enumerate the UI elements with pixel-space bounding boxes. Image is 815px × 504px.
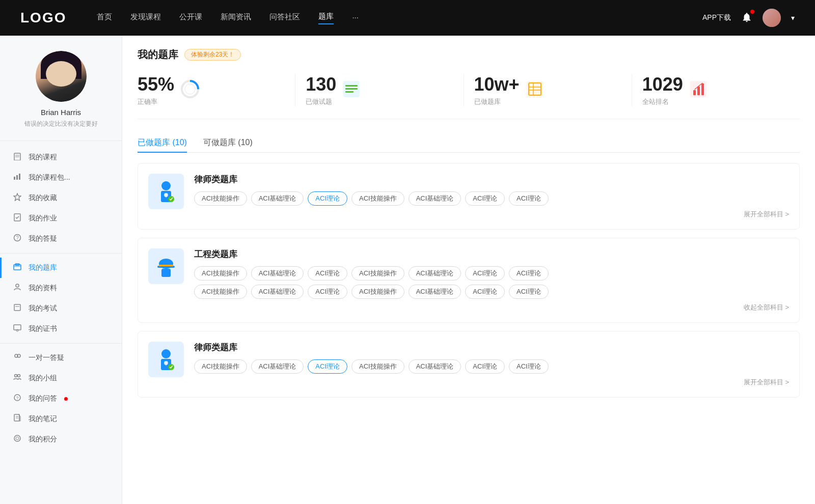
sidebar-item-group[interactable]: 我的小组 [0,368,122,388]
l2-tag-6[interactable]: ACI理论 [509,359,549,374]
eng-tag-0[interactable]: ACI技能操作 [194,266,247,281]
svg-rect-33 [345,85,358,87]
eng-tag-r2-2[interactable]: ACI理论 [308,285,347,299]
svg-point-21 [18,375,20,377]
sidebar-avatar [36,51,87,102]
l2-tag-4[interactable]: ACI基础理论 [409,359,461,374]
l2-tag-1[interactable]: ACI基础理论 [251,359,304,374]
eng-tag-r2-4[interactable]: ACI基础理论 [409,285,461,299]
bank-info-lawyer-2: 律师类题库 ACI技能操作 ACI基础理论 ACI理论 ACI技能操作 ACI基… [194,342,789,387]
sidebar-item-question-bank[interactable]: 我的题库 [0,258,122,278]
ranking-icon [689,80,708,100]
qa-badge [64,397,68,401]
sidebar-label-my-qa: 我的问答 [29,394,57,403]
bank-section-engineer: 工程类题库 ACI技能操作 ACI基础理论 ACI理论 ACI技能操作 ACI基… [138,238,800,323]
banks-icon [526,80,544,100]
stat-banks-done: 10w+ 已做题库 [464,74,632,106]
nav-question-bank[interactable]: 题库 [318,12,334,24]
bank-tags-engineer-row1: ACI技能操作 ACI基础理论 ACI理论 ACI技能操作 ACI基础理论 AC… [194,266,789,281]
eng-tag-3[interactable]: ACI技能操作 [351,266,404,281]
l2-tag-2-active[interactable]: ACI理论 [308,359,347,374]
top-navigation: LOGO 首页 发现课程 公开课 新闻资讯 问答社区 题库 ··· APP下载 … [0,0,815,36]
l2-tag-0[interactable]: ACI技能操作 [194,359,247,374]
star-icon [12,193,22,203]
notification-bell[interactable] [741,12,752,24]
nav-discover[interactable]: 发现课程 [130,12,161,24]
tag-5[interactable]: ACI理论 [465,191,505,206]
sidebar-item-tutoring[interactable]: 一对一答疑 [0,348,122,368]
homework-icon [12,213,22,223]
sidebar-item-course-package[interactable]: 我的课程包... [0,167,122,188]
eng-tag-r2-5[interactable]: ACI理论 [465,285,505,299]
sidebar-item-my-courses[interactable]: 我的课程 [0,147,122,167]
logo: LOGO [20,10,66,26]
eng-tag-r2-6[interactable]: ACI理论 [509,285,549,299]
bank-section-lawyer-2: 律师类题库 ACI技能操作 ACI基础理论 ACI理论 ACI技能操作 ACI基… [138,331,800,398]
eng-tag-4[interactable]: ACI基础理论 [409,266,461,281]
nav-open-course[interactable]: 公开课 [179,12,202,24]
eng-tag-r2-1[interactable]: ACI基础理论 [251,285,304,299]
collapse-engineer[interactable]: 收起全部科目 > [194,303,789,312]
tag-6[interactable]: ACI理论 [509,191,549,206]
bank-section-lawyer-1: 律师类题库 ACI技能操作 ACI基础理论 ACI理论 ACI技能操作 ACI基… [138,163,800,230]
sidebar-item-favorites[interactable]: 我的收藏 [0,188,122,208]
course-icon [12,152,22,162]
tag-3[interactable]: ACI技能操作 [351,191,404,206]
nav-home[interactable]: 首页 [97,12,112,24]
sidebar-item-questions[interactable]: ? 我的答疑 [0,229,122,249]
nav-more[interactable]: ··· [352,13,359,23]
sidebar-item-points[interactable]: 我的积分 [0,429,122,450]
l2-tag-3[interactable]: ACI技能操作 [351,359,404,374]
lawyer-icon-wrap [148,174,184,209]
sidebar-label-points: 我的积分 [29,435,57,444]
expand-lawyer-1[interactable]: 展开全部科目 > [194,210,789,219]
sidebar-item-my-qa[interactable]: ? 我的问答 [0,388,122,409]
tab-done-banks[interactable]: 已做题库 (10) [138,133,187,152]
sidebar-label-group: 我的小组 [29,374,57,383]
page-title-row: 我的题库 体验剩余23天！ [138,48,800,62]
svg-rect-42 [693,90,696,95]
question-icon: ? [12,234,22,244]
tabs-row: 已做题库 (10) 可做题库 (10) [138,133,800,153]
sidebar-item-notes[interactable]: 我的笔记 [0,409,122,429]
app-download-button[interactable]: APP下载 [702,13,731,22]
sidebar-item-profile[interactable]: 我的资料 [0,278,122,298]
svg-rect-43 [697,87,700,95]
avatar-dropdown-arrow[interactable]: ▾ [791,14,795,22]
lawyer-icon [153,179,179,204]
sidebar-item-homework[interactable]: 我的作业 [0,208,122,229]
tag-4[interactable]: ACI基础理论 [409,191,461,206]
sidebar-item-certificate[interactable]: 我的证书 [0,319,122,339]
svg-point-31 [185,84,195,94]
group-icon [12,373,22,383]
sidebar-label-exam: 我的考试 [29,304,57,313]
tag-1[interactable]: ACI基础理论 [251,191,304,206]
sidebar-label-questions: 我的答疑 [29,234,57,243]
profile-icon [12,283,22,293]
tag-2-active[interactable]: ACI理论 [308,191,347,206]
eng-tag-r2-0[interactable]: ACI技能操作 [194,285,247,299]
expand-lawyer-2[interactable]: 展开全部科目 > [194,378,789,387]
sidebar-label-favorites: 我的收藏 [29,193,57,203]
eng-tag-r2-3[interactable]: ACI技能操作 [351,285,404,299]
sidebar-label-profile: 我的资料 [29,284,57,293]
user-avatar[interactable] [763,9,781,27]
l2-tag-5[interactable]: ACI理论 [465,359,505,374]
eng-tag-2[interactable]: ACI理论 [308,266,347,281]
sidebar-item-exam[interactable]: 我的考试 [0,298,122,319]
stat-ranking-value: 1029 全站排名 [642,74,683,106]
svg-point-27 [14,435,20,441]
eng-tag-1[interactable]: ACI基础理论 [251,266,304,281]
points-icon [12,434,22,444]
divider-2 [0,343,122,344]
sidebar: Brian Harris 错误的决定比没有决定要好 我的课程 我的课程包... [0,36,122,504]
nav-qa[interactable]: 问答社区 [269,12,300,24]
nav-news[interactable]: 新闻资讯 [221,12,251,24]
stat-questions-value: 130 已做试题 [306,74,336,106]
nav-right: APP下载 ▾ [702,9,795,27]
bank-header-engineer: 工程类题库 ACI技能操作 ACI基础理论 ACI理论 ACI技能操作 ACI基… [148,248,789,312]
tab-available-banks[interactable]: 可做题库 (10) [203,133,253,152]
eng-tag-6[interactable]: ACI理论 [509,266,549,281]
eng-tag-5[interactable]: ACI理论 [465,266,505,281]
tag-0[interactable]: ACI技能操作 [194,191,247,206]
